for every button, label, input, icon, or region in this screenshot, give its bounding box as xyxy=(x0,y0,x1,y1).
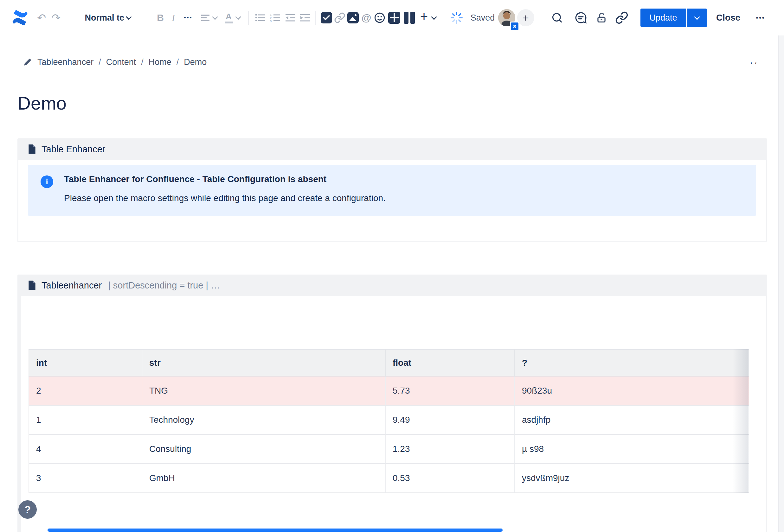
close-button[interactable]: Close xyxy=(716,0,741,35)
more-formatting-button[interactable]: ••• xyxy=(180,0,196,35)
update-button[interactable]: Update xyxy=(640,8,686,27)
chevron-down-icon xyxy=(126,14,132,20)
table-cell: ysdvßm9juz xyxy=(515,464,749,493)
link-button[interactable] xyxy=(333,0,346,35)
help-button[interactable]: ? xyxy=(18,500,37,519)
column-header-int[interactable]: int xyxy=(29,350,142,376)
macro-table-enhancer-header[interactable]: Table Enhancer xyxy=(18,138,767,160)
macro-tableenhancer-header[interactable]: Tableenhancer | sortDescending = true | … xyxy=(18,274,767,296)
column-header-str[interactable]: str xyxy=(142,350,385,376)
chevron-down-icon xyxy=(235,14,241,20)
table-cell: 9.49 xyxy=(385,405,515,435)
plus-icon: + xyxy=(420,9,428,24)
column-header-q[interactable]: ? xyxy=(515,350,749,376)
update-options-button[interactable] xyxy=(686,8,707,27)
more-formatting-icon: ••• xyxy=(184,14,193,21)
insert-more-chevron[interactable] xyxy=(430,0,438,35)
redo-button[interactable]: ↷ xyxy=(49,0,63,35)
numbered-list-button[interactable]: 1 2 3 xyxy=(268,0,283,35)
breadcrumb: Tableenhancer / Content / Home / Demo xyxy=(23,53,206,71)
svg-text:3: 3 xyxy=(270,20,272,22)
mention-button[interactable]: @ xyxy=(360,0,373,35)
breadcrumb-item-home[interactable]: Home xyxy=(149,57,171,67)
undo-icon: ↶ xyxy=(37,11,46,24)
table-cell: 4 xyxy=(29,435,142,464)
toolbar-divider xyxy=(315,11,316,25)
italic-icon: I xyxy=(172,12,175,23)
bold-button[interactable]: B xyxy=(154,0,167,35)
text-color-dropdown[interactable]: A xyxy=(222,0,243,35)
task-list-button[interactable] xyxy=(319,0,333,35)
vertical-scrollbar-track[interactable] xyxy=(778,35,784,532)
info-banner: i Table Enhancer for Confluence - Table … xyxy=(28,165,756,216)
table-cell: TNG xyxy=(142,376,385,405)
spinner-icon xyxy=(450,11,464,25)
restrictions-button[interactable] xyxy=(594,0,609,35)
table-row: 3 GmbH 0.53 ysdvßm9juz xyxy=(29,464,749,493)
undo-button[interactable]: ↶ xyxy=(34,0,49,35)
invite-button[interactable]: + xyxy=(517,0,534,35)
comment-icon xyxy=(574,11,588,24)
columns-icon xyxy=(404,12,415,24)
comments-button[interactable] xyxy=(573,0,588,35)
outdent-icon xyxy=(285,13,296,22)
indent-button[interactable] xyxy=(298,0,312,35)
info-banner-body: Please open the macro settings while edi… xyxy=(64,193,386,203)
table-cell: 2 xyxy=(29,376,142,405)
table-cell: µ s98 xyxy=(515,435,749,464)
breadcrumb-item-demo[interactable]: Demo xyxy=(184,57,206,67)
info-icon: i xyxy=(40,175,53,188)
table-body: 2 TNG 5.73 90ß23u 1 Technology 9.49 asdj… xyxy=(29,376,749,493)
macro-params: | sortDescending = true | … xyxy=(108,280,220,291)
table-cell: Consulting xyxy=(142,435,385,464)
indent-icon xyxy=(300,13,311,22)
link-icon xyxy=(334,12,345,24)
italic-button[interactable]: I xyxy=(167,0,179,35)
table-cell: 90ß23u xyxy=(515,376,749,405)
text-style-dropdown[interactable]: Normal text xyxy=(80,0,136,35)
page-title[interactable]: Demo xyxy=(18,92,66,114)
task-checkbox-icon xyxy=(321,12,332,24)
table-row: 4 Consulting 1.23 µ s98 xyxy=(29,435,749,464)
bullet-list-button[interactable] xyxy=(253,0,268,35)
alignment-dropdown[interactable] xyxy=(198,0,219,35)
table-cell: Technology xyxy=(142,405,385,435)
image-icon xyxy=(347,12,359,24)
table-header-row: int str float ? xyxy=(29,350,749,376)
table-cell: 5.73 xyxy=(385,376,515,405)
layouts-button[interactable] xyxy=(402,0,416,35)
insert-table-button[interactable] xyxy=(387,0,401,35)
confluence-logo[interactable] xyxy=(9,0,30,35)
table-cell: 0.53 xyxy=(385,464,515,493)
bullet-list-icon xyxy=(255,13,265,22)
chevron-down-icon xyxy=(431,14,437,20)
svg-text:2: 2 xyxy=(270,17,272,20)
insert-more-button[interactable]: + xyxy=(418,0,430,35)
text-style-label: Normal text xyxy=(85,13,123,23)
save-status: Saved xyxy=(468,0,497,35)
column-header-float[interactable]: float xyxy=(385,350,515,376)
document-icon xyxy=(28,280,36,290)
save-status-label: Saved xyxy=(471,13,495,23)
table-cell: 3 xyxy=(29,464,142,493)
table-cell: 1.23 xyxy=(385,435,515,464)
outdent-button[interactable] xyxy=(283,0,298,35)
breadcrumb-item-space[interactable]: Tableenhancer xyxy=(37,57,93,67)
table-cell: GmbH xyxy=(142,464,385,493)
editor-toolbar: ↶ ↷ Normal text B I ••• A xyxy=(0,0,784,35)
save-indicator xyxy=(449,0,465,35)
more-actions-button[interactable]: ••• xyxy=(752,0,769,35)
chevron-down-icon xyxy=(212,14,218,20)
copy-link-button[interactable] xyxy=(614,0,629,35)
align-icon xyxy=(201,14,210,22)
svg-text:1: 1 xyxy=(270,13,272,17)
collapse-width-icon: →← xyxy=(745,56,761,67)
breadcrumb-item-content[interactable]: Content xyxy=(106,57,136,67)
text-color-icon: A xyxy=(225,12,233,24)
horizontal-scrollbar-thumb[interactable] xyxy=(48,529,503,532)
collapse-width-button[interactable]: →← xyxy=(744,55,762,68)
data-table: int str float ? 2 TNG 5.73 90ß23u 1 Tech… xyxy=(29,349,749,493)
insert-image-button[interactable] xyxy=(346,0,360,35)
search-button[interactable] xyxy=(550,0,564,35)
emoji-button[interactable] xyxy=(373,0,387,35)
